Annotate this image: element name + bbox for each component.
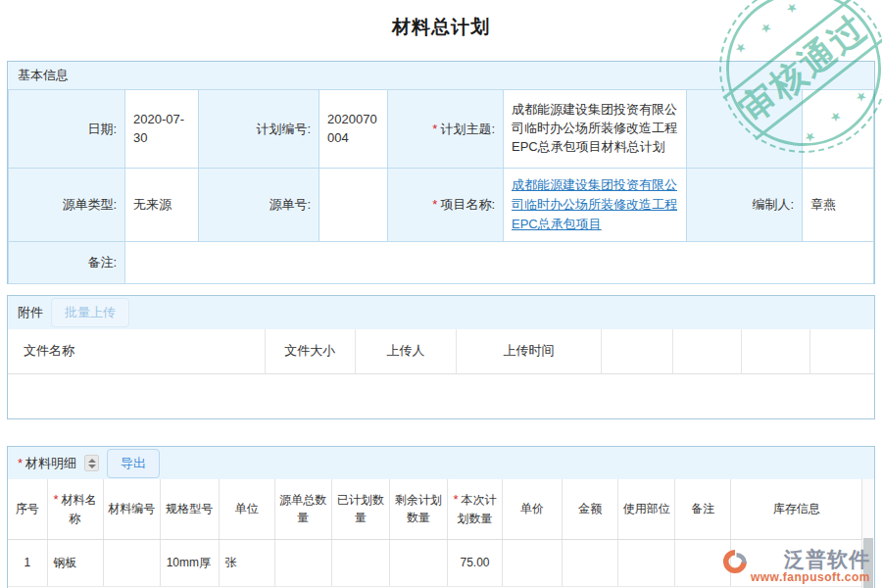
cell-remark	[675, 539, 731, 586]
col-current-plan-qty: *本次计划数量	[447, 479, 502, 539]
col-material-name-text: 材料名称	[62, 493, 97, 525]
col-unit-price: 单价	[503, 479, 563, 539]
col-uploader: 上传人	[355, 329, 456, 373]
vertical-scrollbar[interactable]	[861, 479, 874, 588]
material-table-wrap: 序号 *材料名称 材料编号 规格型号 单位 源单总数量 已计划数量 剩余计划数量…	[8, 479, 861, 588]
project-label-text: 项目名称:	[440, 197, 495, 212]
page-title: 材料总计划	[0, 15, 882, 40]
cell-amount	[563, 539, 618, 586]
col-empty-2	[673, 329, 742, 373]
col-file-size: 文件大小	[265, 329, 355, 373]
col-file-name: 文件名称	[8, 329, 265, 373]
sort-toggle-icon[interactable]	[84, 455, 99, 471]
sort-down-icon	[88, 465, 96, 468]
attachments-section-title: 附件	[18, 304, 43, 321]
project-label: *项目名称:	[388, 169, 504, 242]
basic-info-row-2: 源单类型: 无来源 源单号: *项目名称: 成都能源建设集团投资有限公司临时办公…	[9, 169, 874, 242]
source-type-label: 源单类型:	[9, 169, 125, 242]
col-remark: 备注	[675, 479, 731, 539]
required-asterisk: *	[54, 492, 59, 507]
empty-label-cell	[687, 90, 803, 169]
required-asterisk: *	[453, 492, 458, 507]
remark-value	[125, 242, 874, 284]
creator-value: 章燕	[803, 169, 874, 242]
source-no-value	[319, 169, 388, 242]
batch-upload-button[interactable]: 批量上传	[51, 298, 129, 327]
cell-usage-part	[618, 539, 675, 586]
col-material-code: 材料编号	[103, 479, 160, 539]
cell-seq: 1	[8, 539, 47, 586]
cell-source-total-qty	[274, 539, 331, 586]
export-button[interactable]: 导出	[107, 449, 160, 478]
source-no-label: 源单号:	[199, 169, 319, 242]
empty-value-cell	[803, 90, 874, 169]
col-amount: 金额	[563, 479, 618, 539]
material-details-title-text: 材料明细	[25, 456, 76, 470]
plan-no-label: 计划编号:	[199, 90, 319, 169]
required-asterisk: *	[432, 122, 437, 136]
material-header-row: 序号 *材料名称 材料编号 规格型号 单位 源单总数量 已计划数量 剩余计划数量…	[8, 479, 861, 539]
col-material-name: *材料名称	[47, 479, 103, 539]
col-planned-qty: 已计划数量	[331, 479, 389, 539]
material-details-section-header: *材料明细 导出	[8, 447, 874, 479]
col-usage-part: 使用部位	[618, 479, 675, 539]
source-type-value: 无来源	[125, 169, 199, 242]
cell-material-code	[103, 539, 160, 586]
col-unit: 单位	[219, 479, 274, 539]
col-empty-3	[742, 329, 810, 373]
material-row-1: 1 钢板 10mm厚 张 75.00	[8, 539, 861, 586]
attachments-section-header: 附件 批量上传	[8, 296, 874, 329]
required-asterisk: *	[18, 456, 23, 470]
basic-info-row-3: 备注:	[9, 242, 874, 284]
creator-label: 编制人:	[687, 169, 803, 242]
cell-unit-price	[503, 539, 563, 586]
attachments-panel: 附件 批量上传 文件名称 文件大小 上传人 上传时间	[7, 295, 875, 419]
basic-info-section-title: 基本信息	[18, 67, 69, 84]
col-empty-1	[602, 329, 673, 373]
cell-remaining-qty	[389, 539, 447, 586]
col-inventory-info: 库存信息	[731, 479, 861, 539]
col-source-total-qty: 源单总数量	[274, 479, 331, 539]
basic-info-panel: 基本信息 日期: 2020-07-30 计划编号: 2020070004 *计划…	[7, 61, 875, 284]
cell-material-name: 钢板	[47, 539, 103, 586]
plan-no-value: 2020070004	[319, 90, 388, 169]
subject-label: *计划主题:	[388, 90, 504, 169]
project-value: 成都能源建设集团投资有限公司临时办公场所装修改造工程EPC总承包项目	[504, 169, 687, 242]
col-remaining-qty: 剩余计划数量	[389, 479, 447, 539]
attachments-table: 文件名称 文件大小 上传人 上传时间	[8, 329, 874, 374]
cell-unit: 张	[219, 539, 274, 586]
col-seq: 序号	[8, 479, 47, 539]
scrollbar-thumb[interactable]	[863, 538, 873, 588]
basic-info-section-header: 基本信息	[8, 62, 874, 89]
cell-spec-model: 10mm厚	[160, 539, 219, 586]
material-total-plan-page: 材料总计划 ★ ★ ★ 审核通过 ★ ★ ★ 基本信息 日期: 2020-07-…	[0, 0, 882, 588]
material-details-panel: *材料明细 导出 序号 *材料名称 材料编号 规格型号	[7, 446, 875, 588]
material-details-table: 序号 *材料名称 材料编号 规格型号 单位 源单总数量 已计划数量 剩余计划数量…	[8, 479, 861, 587]
sort-up-icon	[88, 459, 96, 463]
basic-info-row-1: 日期: 2020-07-30 计划编号: 2020070004 *计划主题: 成…	[9, 90, 874, 169]
col-spec-model: 规格型号	[160, 479, 219, 539]
subject-value: 成都能源建设集团投资有限公司临时办公场所装修改造工程EPC总承包项目材料总计划	[504, 90, 687, 169]
col-empty-4	[810, 329, 874, 373]
date-value: 2020-07-30	[125, 90, 199, 169]
material-details-section-title: *材料明细	[18, 455, 76, 472]
project-name-link[interactable]: 成都能源建设集团投资有限公司临时办公场所装修改造工程EPC总承包项目	[512, 177, 677, 231]
basic-info-table: 日期: 2020-07-30 计划编号: 2020070004 *计划主题: 成…	[8, 89, 874, 284]
col-current-plan-qty-text: 本次计划数量	[458, 493, 497, 525]
required-asterisk: *	[432, 197, 437, 212]
col-upload-time: 上传时间	[456, 329, 601, 373]
remark-label: 备注:	[9, 242, 125, 284]
subject-label-text: 计划主题:	[440, 122, 495, 136]
cell-current-plan-qty: 75.00	[447, 539, 502, 586]
date-label: 日期:	[9, 90, 125, 169]
cell-inventory-info	[731, 539, 861, 586]
attachments-header-row: 文件名称 文件大小 上传人 上传时间	[8, 329, 874, 373]
cell-planned-qty	[331, 539, 389, 586]
